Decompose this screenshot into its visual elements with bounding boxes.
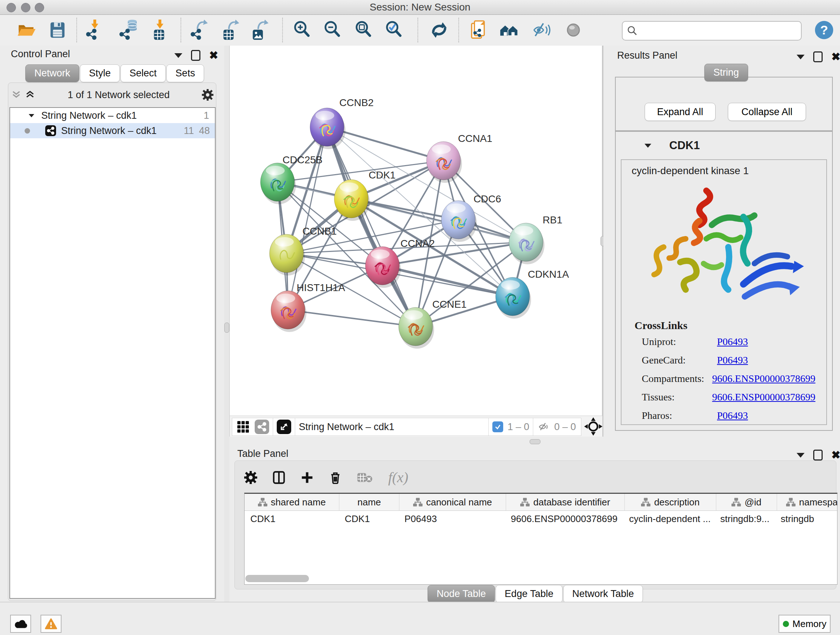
network-share-icon[interactable] [255,420,269,434]
node-CDC25B[interactable]: CDC25B [261,154,322,204]
cell-shared-name[interactable]: CDK1 [245,513,339,524]
refresh-layout-button[interactable] [428,19,450,41]
export-image-button[interactable] [249,19,271,41]
cell-name[interactable]: CDK1 [339,513,399,524]
table-row[interactable]: CDK1CDK1P064939606.ENSP00000378699cyclin… [245,511,837,527]
control-panel-menu-icon[interactable] [174,53,182,58]
tab-network-table[interactable]: Network Table [563,585,643,603]
preview-eye-button[interactable] [562,19,584,41]
table-panel-float-button[interactable] [813,450,823,461]
tab-style[interactable]: Style [80,65,120,82]
collapse-all-icon[interactable] [11,89,22,100]
control-panel-close-button[interactable]: ✖ [209,51,218,60]
add-column-icon[interactable] [301,471,314,484]
tab-network[interactable]: Network [25,65,79,82]
warning-button[interactable] [41,615,62,633]
column-header--id[interactable]: @id [716,494,777,510]
tab-string[interactable]: String [704,64,748,81]
tab-sets[interactable]: Sets [166,65,204,82]
home-button[interactable] [498,19,521,41]
tab-edge-table[interactable]: Edge Table [496,585,562,603]
save-session-button[interactable] [46,19,69,41]
function-builder-button[interactable]: f(x) [388,469,409,486]
delete-column-icon[interactable] [329,471,342,484]
column-header-description[interactable]: description [625,494,716,510]
results-panel-float-button[interactable] [813,51,823,62]
cell--id[interactable]: stringdb:9... [714,513,775,524]
crosslink-link[interactable]: P06493 [717,410,748,421]
cell-description[interactable]: cyclin-dependent ... [623,513,714,524]
import-table-button[interactable] [149,19,172,41]
search-input[interactable] [641,23,797,38]
show-columns-icon[interactable] [272,471,286,484]
tab-select[interactable]: Select [120,65,166,82]
birdseye-view-icon[interactable] [237,420,249,433]
cell-database-identifier[interactable]: 9606.ENSP00000378699 [505,513,623,524]
control-panel-float-button[interactable] [191,50,201,61]
cell-canonical-name[interactable]: P06493 [399,513,505,524]
tab-node-table[interactable]: Node Table [428,585,495,603]
horizontal-splitter[interactable] [229,437,840,446]
node-table[interactable]: shared namenamecanonical namedatabase id… [244,493,837,585]
network-row-selected[interactable]: String Network – cdk1 11 48 [10,123,215,138]
table-panel-close-button[interactable]: ✖ [831,451,840,459]
zoom-fit-button[interactable] [353,19,375,41]
edge-CCNA2-CDKN1A[interactable] [382,266,513,296]
edge-CCNE1-HIST1H1A[interactable] [288,310,416,326]
node-CCNB2[interactable]: CCNB2 [310,97,374,149]
collection-expand-icon[interactable] [28,114,34,117]
left-splitter[interactable] [224,46,229,602]
clone-network-button[interactable] [468,19,491,41]
results-panel-close-button[interactable]: ✖ [831,52,840,61]
expand-all-button[interactable]: Expand All [645,103,715,121]
node-RB1[interactable]: RB1 [509,214,562,264]
results-panel-menu-icon[interactable] [797,55,805,59]
column-header-shared-name[interactable]: shared name [245,494,339,510]
network-type-icon [45,125,56,136]
hide-show-panels-button[interactable] [531,19,554,41]
import-network-from-database-button[interactable] [118,19,140,41]
crosslink-link[interactable]: 9606.ENSP00000378699 [712,373,815,385]
cloud-button[interactable] [10,615,31,633]
gene-collapse-icon[interactable] [645,143,652,147]
left-splitter-handle[interactable] [224,323,229,333]
zoom-selected-button[interactable] [383,19,406,41]
edge-CCNB2-CCNE1[interactable] [327,127,416,326]
table-horizontal-scrollbar[interactable] [245,575,309,582]
network-list-gear-icon[interactable] [202,89,213,101]
export-table-button[interactable] [219,19,242,41]
gene-section-header[interactable]: CDK1 [616,132,832,159]
export-network-button[interactable] [189,19,211,41]
open-session-button[interactable] [15,19,38,41]
crosslink-link[interactable]: P06493 [717,336,748,348]
memory-button[interactable]: Memory [778,615,831,633]
help-button[interactable]: ? [814,20,834,40]
table-panel-menu-icon[interactable] [797,453,805,458]
zoom-in-button[interactable] [291,19,314,41]
crosslink-link[interactable]: P06493 [717,355,748,366]
import-network-button[interactable] [84,19,106,41]
detach-view-icon[interactable] [277,420,291,434]
table-gear-icon[interactable] [244,471,257,484]
node-CDKN1A[interactable]: CDKN1A [496,269,569,318]
node-CCNA1[interactable]: CCNA1 [426,133,493,183]
node-HIST1H1A[interactable]: HIST1H1A [271,282,345,332]
column-header-database-identifier[interactable]: database identifier [506,494,625,510]
column-header-namespace[interactable]: namespace [777,494,837,510]
crosslink-link[interactable]: 9606.ENSP00000378699 [712,391,815,403]
cell-namespace[interactable]: stringdb [775,513,837,524]
node-CCNB1[interactable]: CCNB1 [270,226,337,276]
network-collection-row[interactable]: String Network – cdk1 1 [10,108,215,123]
column-header-canonical-name[interactable]: canonical name [399,494,506,510]
pan-crosshair-icon[interactable] [584,417,603,436]
selected-checkbox-icon[interactable] [493,421,503,432]
delete-table-icon[interactable] [357,471,373,484]
expand-all-icon[interactable] [25,89,35,100]
collapse-all-button[interactable]: Collapse All [728,103,806,121]
column-header-name[interactable]: name [339,494,399,510]
network-canvas[interactable]: CCNB2CCNA1CDC25BCDK1CDC6RB1CCNB1CCNA2CDK… [229,46,602,416]
zoom-out-button[interactable] [322,19,344,41]
node-CCNE1[interactable]: CCNE1 [399,299,467,348]
hidden-eye-icon[interactable] [537,421,551,433]
horizontal-splitter-handle[interactable] [530,439,540,444]
